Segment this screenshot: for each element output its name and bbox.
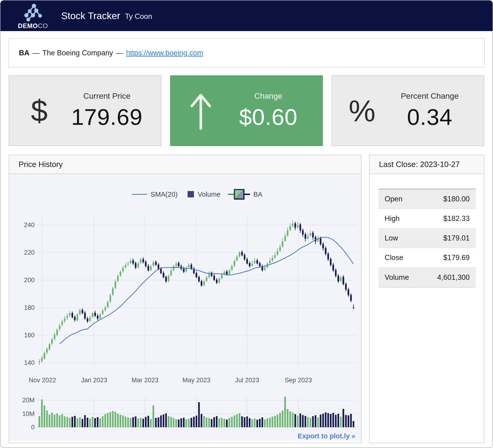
candle-body	[287, 230, 289, 236]
candle-body	[137, 263, 139, 268]
volume-bar	[39, 416, 40, 427]
last-close-panel: Last Close: 2023-10-27 Open$180.00High$1…	[369, 155, 484, 443]
volume-bar	[117, 414, 119, 427]
volume-bar	[244, 417, 245, 427]
price-history-panel: Price History Nov 2022Jan 2023Mar 2023Ma…	[9, 155, 361, 443]
candle-body	[244, 255, 245, 259]
volume-bar	[297, 416, 299, 427]
candle-body	[79, 310, 81, 314]
candle-body	[94, 313, 96, 316]
candle-body	[44, 353, 45, 359]
x-axis-label: May 2023	[182, 377, 211, 384]
candle-body	[241, 252, 243, 255]
volume-bar	[294, 414, 296, 427]
candle-body	[327, 254, 329, 260]
row-label: Volume	[385, 273, 409, 282]
volume-bar	[246, 416, 248, 427]
legend-ba-label[interactable]: BA	[253, 191, 263, 198]
volume-bar	[337, 414, 339, 427]
volume-bar	[163, 414, 164, 427]
percent-change-value: 0.34	[392, 104, 467, 130]
candle-body	[337, 276, 339, 282]
card-label: Percent Change	[392, 91, 467, 101]
arrow-up-icon	[188, 90, 214, 131]
candlestick-chart-svg[interactable]: Nov 2022Jan 2023Mar 2023May 2023Jul 2023…	[9, 174, 361, 443]
price-axis-label: 240	[24, 221, 35, 229]
candle-body	[170, 270, 172, 275]
candle-body	[77, 315, 78, 321]
volume-bar	[142, 419, 144, 427]
candle-body	[196, 273, 197, 277]
volume-bar	[269, 418, 271, 427]
card-label: Current Price	[69, 91, 145, 101]
volume-bar	[56, 413, 58, 427]
candle-body	[97, 316, 99, 319]
volume-bar	[254, 419, 256, 427]
volume-bar	[226, 419, 228, 427]
volume-bar	[282, 411, 283, 427]
candle-body	[304, 234, 306, 239]
candle-body	[165, 277, 167, 282]
legend-sma-label[interactable]: SMA(20)	[151, 191, 178, 198]
export-to-plotly-link[interactable]: Export to plot.ly »	[298, 432, 355, 440]
app-header: DEMOCO Stock Tracker Ty Coon	[0, 0, 493, 31]
volume-bar	[185, 419, 187, 427]
candle-body	[89, 317, 91, 321]
candle-body	[246, 259, 248, 263]
volume-bar	[196, 416, 197, 427]
volume-bar	[94, 418, 96, 427]
candle-body	[114, 282, 116, 288]
candle-body	[284, 236, 286, 241]
candle-body	[183, 269, 185, 272]
candle-body	[39, 361, 40, 362]
company-website-link[interactable]: https://www.boeing.com	[126, 49, 203, 57]
volume-bar	[274, 416, 276, 427]
candle-body	[256, 260, 258, 263]
legend-volume-label[interactable]: Volume	[198, 191, 221, 198]
volume-bar	[67, 417, 68, 427]
candle-body	[67, 316, 68, 318]
candle-body	[236, 257, 238, 261]
candle-body	[345, 284, 347, 290]
volume-bar	[224, 419, 225, 427]
volume-bar	[277, 415, 278, 427]
volume-bar	[287, 409, 289, 427]
volume-bar	[236, 414, 238, 427]
volume-bar	[81, 419, 83, 427]
row-label: Close	[385, 253, 403, 262]
volume-bar	[343, 409, 344, 427]
volume-bar	[234, 415, 235, 427]
candle-body	[155, 262, 157, 265]
candle-body	[312, 233, 314, 237]
legend-volume-swatch-icon[interactable]	[188, 191, 194, 197]
candle-body	[158, 264, 159, 269]
candle-body	[140, 259, 142, 263]
separator-dash: —	[116, 49, 123, 57]
volume-bar	[104, 414, 106, 427]
candle-body	[239, 252, 240, 256]
candle-body	[272, 258, 273, 261]
volume-bar	[147, 416, 149, 427]
volume-bar	[160, 415, 162, 427]
candle-body	[87, 318, 88, 321]
volume-bar	[241, 416, 243, 427]
volume-bar	[69, 418, 71, 427]
stat-cards-row: $ Current Price 179.69 Change $0.60	[9, 75, 484, 146]
volume-bar	[168, 416, 169, 427]
candle-body	[307, 236, 309, 239]
row-value: $182.33	[443, 214, 470, 223]
candle-body	[347, 289, 349, 295]
price-history-header: Price History	[9, 155, 361, 174]
volume-bar	[307, 417, 309, 427]
volume-bar	[203, 416, 205, 427]
volume-bar	[120, 415, 121, 427]
main-content: Price History Nov 2022Jan 2023Mar 2023Ma…	[9, 155, 484, 443]
price-history-chart[interactable]: Nov 2022Jan 2023Mar 2023May 2023Jul 2023…	[9, 174, 361, 443]
volume-bar	[304, 416, 306, 427]
candle-body	[160, 269, 162, 273]
candle-body	[249, 263, 250, 266]
volume-bar	[112, 411, 113, 427]
price-axis-label: 180	[24, 304, 35, 311]
volume-bar	[188, 419, 190, 427]
card-label: Change	[231, 91, 306, 101]
